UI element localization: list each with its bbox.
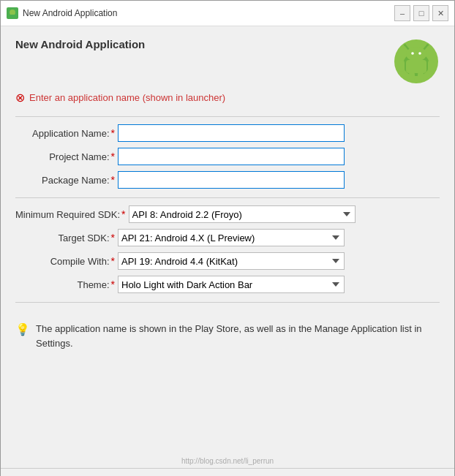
- required-star-7: *: [111, 279, 115, 290]
- compile-with-row: Compile With: * API 19: Android 4.4 (Kit…: [15, 252, 440, 270]
- info-icon: 💡: [15, 322, 30, 336]
- title-bar-left: New Android Application: [7, 7, 117, 19]
- minimum-sdk-row: Minimum Required SDK: * API 8: Android 2…: [15, 205, 440, 223]
- required-star-4: *: [121, 208, 125, 220]
- maximize-button[interactable]: □: [413, 5, 429, 21]
- target-sdk-label: Target SDK: *: [15, 232, 118, 243]
- svg-point-8: [426, 44, 429, 46]
- required-star-6: *: [111, 255, 115, 267]
- application-name-label: Application Name: *: [15, 127, 118, 139]
- footer: ? < Back Next > Finish Cancel: [1, 468, 454, 476]
- error-message: Enter an application name (shown in laun…: [29, 92, 225, 103]
- theme-select[interactable]: Holo Light with Dark Action Bar Holo Dar…: [118, 276, 345, 293]
- package-name-input[interactable]: [118, 171, 345, 189]
- info-section: 💡 The application name is shown in the P…: [15, 314, 440, 358]
- package-name-row: Package Name: *: [15, 171, 440, 189]
- svg-point-11: [418, 52, 421, 55]
- title-bar: New Android Application – □ ✕: [1, 1, 454, 26]
- watermark: http://blog.csdn.net/li_perrun: [1, 457, 454, 468]
- svg-point-9: [406, 47, 426, 61]
- compile-with-label: Compile With: *: [15, 255, 118, 267]
- required-star-3: *: [111, 174, 115, 186]
- main-window: New Android Application – □ ✕ New Androi…: [0, 0, 455, 476]
- svg-rect-2: [10, 15, 15, 17]
- application-name-input[interactable]: [118, 124, 345, 142]
- svg-rect-16: [418, 72, 424, 80]
- svg-point-10: [411, 52, 414, 55]
- error-icon: ⊗: [15, 91, 25, 105]
- required-star-1: *: [111, 127, 115, 139]
- svg-point-1: [10, 10, 15, 15]
- svg-rect-13: [399, 60, 405, 72]
- window-icon: [7, 7, 18, 19]
- svg-rect-15: [409, 72, 415, 80]
- header-row: New Android Application: [15, 38, 440, 85]
- svg-rect-12: [406, 60, 426, 73]
- title-bar-controls: – □ ✕: [394, 5, 448, 21]
- required-star-2: *: [111, 151, 115, 162]
- compile-with-select[interactable]: API 19: Android 4.4 (KitKat) API 21: And…: [118, 252, 345, 270]
- top-divider: [15, 116, 440, 117]
- dropdowns-section: Minimum Required SDK: * API 8: Android 2…: [15, 205, 440, 293]
- application-name-row: Application Name: *: [15, 124, 440, 142]
- minimize-button[interactable]: –: [394, 5, 410, 21]
- bottom-divider: [15, 302, 440, 303]
- header-title-block: New Android Application: [15, 38, 145, 50]
- theme-row: Theme: * Holo Light with Dark Action Bar…: [15, 276, 440, 293]
- project-name-row: Project Name: *: [15, 148, 440, 165]
- spacer: [15, 358, 440, 445]
- theme-label: Theme: *: [15, 279, 118, 290]
- dialog-title: New Android Application: [15, 38, 145, 50]
- content-area: New Android Application: [1, 26, 454, 457]
- error-row: ⊗ Enter an application name (shown in la…: [15, 91, 440, 105]
- target-sdk-row: Target SDK: * API 21: Android 4.X (L Pre…: [15, 229, 440, 246]
- close-button[interactable]: ✕: [432, 5, 448, 21]
- minimum-sdk-select[interactable]: API 8: Android 2.2 (Froyo) API 9: Androi…: [129, 205, 356, 223]
- title-bar-text: New Android Application: [23, 8, 117, 18]
- minimum-sdk-label: Minimum Required SDK: *: [15, 208, 129, 220]
- project-name-input[interactable]: [118, 148, 345, 165]
- form-section: Application Name: * Project Name: * Pack…: [15, 124, 440, 189]
- android-logo-icon: [393, 38, 440, 85]
- project-name-label: Project Name: *: [15, 151, 118, 162]
- package-name-label: Package Name: *: [15, 174, 118, 186]
- middle-divider: [15, 197, 440, 198]
- svg-rect-14: [428, 60, 434, 72]
- info-text: The application name is shown in the Pla…: [36, 322, 440, 350]
- svg-point-6: [404, 44, 406, 46]
- required-star-5: *: [111, 232, 115, 243]
- target-sdk-select[interactable]: API 21: Android 4.X (L Preview) API 19: …: [118, 229, 345, 246]
